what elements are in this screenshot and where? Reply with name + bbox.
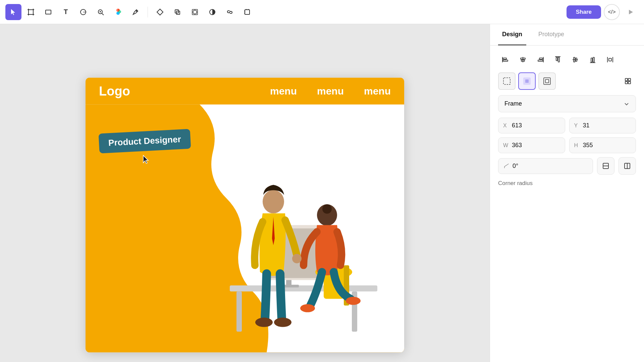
- right-panel: Design Prototype: [490, 24, 644, 362]
- y-value[interactable]: 31: [583, 122, 590, 129]
- h-coord-group: H 355: [569, 137, 636, 153]
- svg-rect-58: [538, 60, 543, 61]
- svg-point-48: [255, 318, 273, 327]
- svg-point-46: [263, 190, 284, 214]
- design-preview: Logo menu menu menu Product Designer: [86, 78, 404, 353]
- align-top-btn[interactable]: [550, 52, 565, 67]
- layers-tool[interactable]: [169, 4, 185, 20]
- panel-tabs: Design Prototype: [490, 24, 644, 46]
- share-button[interactable]: Share: [567, 5, 601, 19]
- link-tool[interactable]: [222, 4, 238, 20]
- svg-rect-51: [503, 58, 506, 59]
- svg-point-43: [300, 304, 315, 312]
- align-right-btn[interactable]: [533, 52, 548, 67]
- svg-point-45: [322, 204, 332, 214]
- text-icon: T: [64, 8, 68, 16]
- frame-dropdown[interactable]: Frame: [498, 95, 636, 112]
- svg-point-47: [292, 254, 302, 263]
- corner-radius-label: Corner radius: [498, 180, 636, 189]
- tab-prototype[interactable]: Prototype: [534, 24, 568, 45]
- code-button[interactable]: </>: [604, 4, 620, 20]
- svg-rect-60: [556, 57, 557, 61]
- ellipse-tool[interactable]: [75, 4, 91, 20]
- rotation-icon: [503, 163, 510, 169]
- y-coord-group: Y 31: [569, 118, 636, 133]
- h-value[interactable]: 355: [583, 142, 593, 149]
- toolbar-right: Share </>: [567, 4, 639, 20]
- w-label: W: [503, 142, 509, 148]
- x-value[interactable]: 613: [512, 122, 522, 129]
- xy-row: X 613 Y 31: [498, 118, 636, 133]
- canvas[interactable]: Logo menu menu menu Product Designer: [0, 24, 490, 362]
- svg-rect-52: [503, 60, 508, 61]
- svg-rect-21: [193, 10, 197, 14]
- select-tool[interactable]: [5, 4, 21, 20]
- svg-point-44: [346, 297, 361, 305]
- svg-rect-27: [245, 10, 250, 14]
- preview-menu-3: menu: [364, 85, 391, 97]
- resize-icon-btn[interactable]: [620, 73, 636, 89]
- clip-frame-btn[interactable]: [518, 72, 536, 90]
- rotation-group: 0°: [498, 158, 593, 174]
- crop-tool[interactable]: [239, 4, 255, 20]
- frame-dropdown-label: Frame: [504, 100, 522, 107]
- svg-point-16: [118, 10, 121, 13]
- no-frame-btn[interactable]: [498, 72, 516, 90]
- rect-tool[interactable]: [40, 4, 56, 20]
- svg-rect-79: [628, 81, 631, 84]
- svg-rect-32: [230, 286, 377, 292]
- preview-logo: Logo: [99, 84, 130, 98]
- play-button[interactable]: [623, 4, 639, 20]
- main-area: Logo menu menu menu Product Designer: [0, 24, 644, 362]
- svg-rect-61: [558, 57, 559, 62]
- svg-rect-75: [545, 79, 549, 83]
- flip-btn[interactable]: [619, 157, 636, 175]
- pen-tool[interactable]: [127, 4, 144, 20]
- contrast-tool[interactable]: [204, 4, 220, 20]
- svg-rect-78: [625, 81, 628, 84]
- w-value[interactable]: 363: [512, 142, 522, 149]
- frame-tool[interactable]: [23, 4, 39, 20]
- rotation-value[interactable]: 0°: [513, 163, 518, 170]
- preview-navbar: Logo menu menu menu: [86, 78, 404, 105]
- w-coord-group: W 363: [498, 137, 565, 153]
- preview-menu-1: menu: [270, 85, 297, 97]
- clip-btn[interactable]: [597, 157, 614, 175]
- h-label: H: [574, 142, 580, 148]
- figma-tool[interactable]: [110, 4, 126, 20]
- svg-rect-9: [46, 10, 51, 14]
- tab-design[interactable]: Design: [498, 24, 526, 45]
- svg-rect-0: [29, 10, 33, 14]
- toolbar-separator-1: [148, 7, 148, 17]
- preview-menu-items: menu menu menu: [270, 85, 391, 97]
- component-tool[interactable]: [152, 4, 168, 20]
- svg-rect-74: [544, 78, 550, 84]
- svg-rect-33: [236, 292, 242, 332]
- frame-only-btn[interactable]: [538, 72, 556, 90]
- svg-rect-70: [609, 58, 611, 61]
- nodes-tool[interactable]: [187, 4, 203, 20]
- svg-rect-71: [503, 78, 510, 84]
- preview-menu-2: menu: [317, 85, 344, 97]
- align-center-h-btn[interactable]: [516, 52, 530, 67]
- preview-body: Product Designer: [86, 105, 404, 353]
- distribute-btn[interactable]: [603, 52, 618, 67]
- y-label: Y: [574, 123, 580, 129]
- svg-rect-67: [593, 57, 594, 62]
- text-tool[interactable]: T: [58, 4, 74, 20]
- chevron-down-icon: [624, 101, 630, 107]
- svg-line-13: [102, 13, 104, 15]
- align-center-v-btn[interactable]: [568, 52, 583, 67]
- svg-rect-57: [539, 58, 543, 59]
- cursor-icon: [142, 155, 150, 167]
- align-bottom-btn[interactable]: [585, 52, 600, 67]
- align-row: [498, 52, 636, 67]
- code-icon: </>: [608, 9, 615, 15]
- align-left-btn[interactable]: [498, 52, 513, 67]
- x-coord-group: X 613: [498, 118, 565, 133]
- rotation-row: 0°: [498, 157, 636, 175]
- svg-rect-77: [628, 78, 631, 81]
- toolbar: T: [0, 0, 644, 24]
- frame-container-row: [498, 72, 636, 90]
- search-tool[interactable]: [93, 4, 109, 20]
